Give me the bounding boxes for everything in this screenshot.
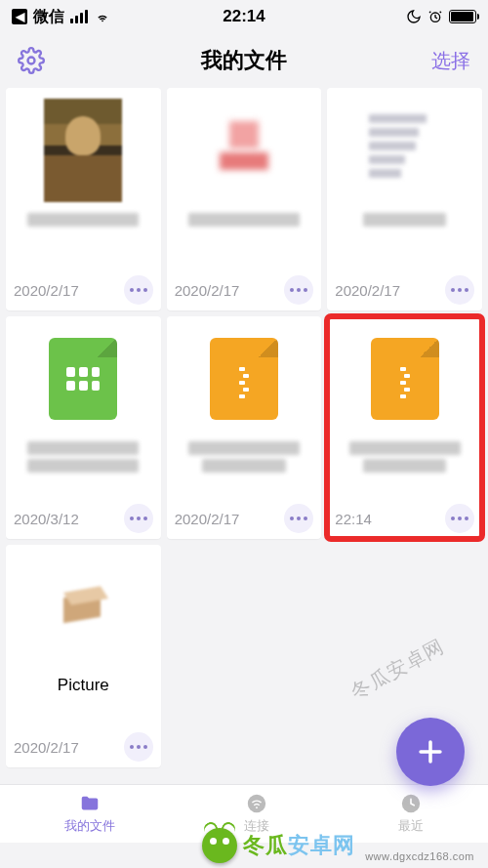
status-left: ◀ 微信 [12, 7, 111, 27]
archive-file-icon [371, 338, 439, 420]
select-button[interactable]: 选择 [431, 48, 470, 74]
more-button[interactable] [124, 732, 153, 762]
file-card[interactable]: 2020/2/17 [327, 88, 482, 310]
file-thumbnail [175, 98, 314, 203]
svg-point-1 [28, 58, 35, 64]
more-button[interactable] [124, 504, 153, 533]
file-name-blurred [335, 203, 474, 271]
file-date: 2020/2/17 [335, 282, 400, 299]
wifi-icon [94, 10, 111, 23]
battery-icon [449, 10, 476, 23]
archive-file-icon [210, 338, 278, 420]
add-button[interactable] [396, 718, 465, 786]
plus-icon [414, 735, 447, 768]
page-title: 我的文件 [201, 46, 287, 75]
more-button[interactable] [124, 275, 153, 305]
file-card[interactable]: Picture 2020/2/17 [6, 545, 161, 767]
file-thumbnail [335, 98, 474, 203]
moon-icon [406, 9, 422, 24]
more-button[interactable] [284, 504, 313, 533]
status-time: 22:14 [223, 7, 264, 26]
file-date: 2020/3/12 [14, 511, 79, 527]
gear-icon[interactable] [18, 47, 45, 74]
spreadsheet-file-icon [49, 338, 117, 420]
file-date: 2020/2/17 [14, 282, 79, 299]
signal-icon [70, 10, 88, 23]
file-date: 2020/2/17 [175, 282, 240, 299]
file-date: 2020/2/17 [14, 739, 79, 756]
more-button[interactable] [284, 275, 313, 305]
watermark-mascot-icon [202, 828, 237, 863]
file-name-blurred [175, 432, 314, 500]
more-button[interactable] [445, 504, 474, 533]
image-thumbnail [44, 99, 122, 202]
status-bar: ◀ 微信 22:14 [0, 0, 488, 33]
watermark-bar: 冬瓜安卓网 www.dgxcdz168.com [0, 823, 488, 868]
file-card[interactable]: 2020/2/17 [167, 316, 322, 539]
image-thumbnail [210, 111, 278, 189]
watermark-brand: 冬瓜安卓网 [243, 831, 355, 860]
file-thumbnail [335, 326, 474, 432]
nav-bar: 我的文件 选择 [0, 33, 488, 88]
document-thumbnail [361, 106, 449, 194]
file-name: Picture [14, 670, 153, 695]
file-name-blurred [14, 203, 153, 271]
file-name-blurred [175, 203, 314, 271]
file-card-highlighted[interactable]: 22:14 [327, 316, 482, 539]
file-date: 22:14 [335, 511, 372, 527]
clock-icon [399, 793, 423, 814]
folder-thumbnail [54, 583, 112, 632]
more-button[interactable] [445, 275, 474, 305]
file-date: 2020/2/17 [175, 511, 240, 527]
file-thumbnail [175, 326, 314, 432]
file-card[interactable]: 2020/2/17 [6, 88, 161, 310]
file-card[interactable]: 2020/2/17 [167, 88, 322, 310]
status-right [406, 9, 476, 24]
file-thumbnail [14, 326, 153, 432]
watermark-domain: www.dgxcdz168.com [365, 850, 474, 868]
back-to-app-icon[interactable]: ◀ [12, 9, 27, 24]
folder-icon [78, 793, 102, 814]
file-name-blurred [335, 432, 474, 500]
file-thumbnail [14, 555, 153, 660]
alarm-icon [427, 9, 443, 24]
status-app-name: 微信 [33, 7, 64, 27]
file-name-blurred [14, 432, 153, 500]
svg-point-3 [256, 806, 258, 808]
file-card[interactable]: 2020/3/12 [6, 316, 161, 539]
file-thumbnail [14, 98, 153, 203]
file-grid: 2020/2/17 2020/2/17 2020/2/17 [0, 88, 488, 767]
wifi-circle-icon [245, 793, 268, 814]
